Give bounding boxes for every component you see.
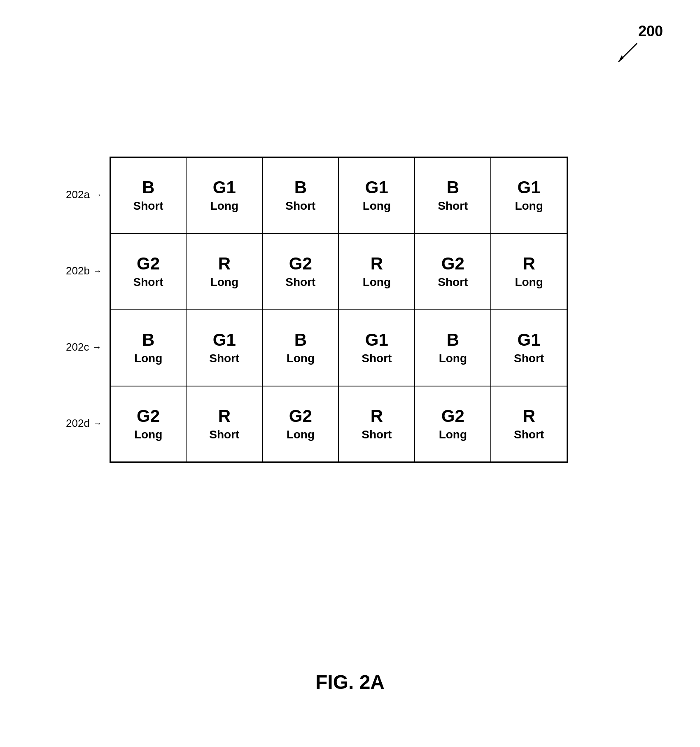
cell-exposure-label: Short xyxy=(419,199,486,213)
row-label-text-202d: 202d xyxy=(66,417,90,430)
row-labels: 202a → 202b → 202c → 202d → xyxy=(66,157,102,461)
cell-exposure-label: Long xyxy=(419,428,486,441)
row-label-202b: 202b → xyxy=(66,233,102,309)
cell-exposure-label: Long xyxy=(115,352,182,365)
cell-color-label: B xyxy=(267,178,334,197)
grid-cell-r3-c2: G2Long xyxy=(262,386,338,462)
row-label-text-202b: 202b xyxy=(66,265,90,277)
cell-exposure-label: Short xyxy=(191,428,258,441)
cell-color-label: G1 xyxy=(191,330,258,349)
cell-exposure-label: Short xyxy=(343,428,410,441)
cell-color-label: B xyxy=(115,178,182,197)
grid-cell-r2-c3: G1Short xyxy=(338,310,415,386)
cell-exposure-label: Short xyxy=(343,352,410,365)
grid-cell-r3-c1: RShort xyxy=(186,386,262,462)
grid-cell-r2-c5: G1Short xyxy=(491,310,567,386)
table-row-0: BShortG1LongBShortG1LongBShortG1Long xyxy=(110,157,567,234)
grid-cell-r2-c1: G1Short xyxy=(186,310,262,386)
grid-cell-r0-c0: BShort xyxy=(110,157,186,234)
row-label-202a: 202a → xyxy=(66,157,102,233)
table-row-2: BLongG1ShortBLongG1ShortBLongG1Short xyxy=(110,310,567,386)
cell-color-label: R xyxy=(191,254,258,273)
cell-color-label: B xyxy=(419,330,486,349)
grid-cell-r1-c0: G2Short xyxy=(110,234,186,310)
cell-color-label: G1 xyxy=(495,178,562,197)
cell-exposure-label: Long xyxy=(495,199,562,213)
cell-color-label: G1 xyxy=(343,178,410,197)
grid-cell-r2-c0: BLong xyxy=(110,310,186,386)
cell-color-label: R xyxy=(343,254,410,273)
cell-color-label: G1 xyxy=(191,178,258,197)
row-label-202c: 202c → xyxy=(66,309,102,385)
cell-exposure-label: Short xyxy=(115,276,182,289)
row-label-arrow-202c: → xyxy=(92,342,101,353)
row-label-202d: 202d → xyxy=(66,385,102,461)
cell-exposure-label: Short xyxy=(267,199,334,213)
grid-cell-r2-c2: BLong xyxy=(262,310,338,386)
cell-exposure-label: Short xyxy=(495,428,562,441)
grid-cell-r1-c2: G2Short xyxy=(262,234,338,310)
cell-exposure-label: Short xyxy=(267,276,334,289)
row-label-arrow-202a: → xyxy=(93,190,102,200)
grid-cell-r3-c5: RShort xyxy=(491,386,567,462)
pixel-grid: BShortG1LongBShortG1LongBShortG1LongG2Sh… xyxy=(110,157,568,463)
grid-cell-r0-c3: G1Long xyxy=(338,157,415,234)
cell-color-label: B xyxy=(115,330,182,349)
grid-cell-r3-c3: RShort xyxy=(338,386,415,462)
grid-cell-r1-c4: G2Short xyxy=(415,234,491,310)
cell-color-label: G1 xyxy=(343,330,410,349)
figure-number-label: 200 xyxy=(638,23,663,40)
grid-cell-r1-c3: RLong xyxy=(338,234,415,310)
grid-cell-r0-c1: G1Long xyxy=(186,157,262,234)
cell-color-label: R xyxy=(191,407,258,426)
grid-cell-r2-c4: BLong xyxy=(415,310,491,386)
cell-color-label: R xyxy=(495,407,562,426)
grid-cell-r3-c0: G2Long xyxy=(110,386,186,462)
cell-exposure-label: Long xyxy=(267,428,334,441)
row-label-text-202a: 202a xyxy=(66,188,90,201)
grid-cell-r1-c5: RLong xyxy=(491,234,567,310)
cell-exposure-label: Long xyxy=(495,276,562,289)
cell-color-label: B xyxy=(267,330,334,349)
cell-color-label: G2 xyxy=(419,254,486,273)
cell-exposure-label: Long xyxy=(343,199,410,213)
cell-color-label: R xyxy=(343,407,410,426)
cell-exposure-label: Short xyxy=(419,276,486,289)
cell-color-label: G2 xyxy=(419,407,486,426)
row-label-arrow-202b: → xyxy=(93,266,102,276)
grid-cell-r3-c4: G2Long xyxy=(415,386,491,462)
cell-color-label: G2 xyxy=(115,254,182,273)
cell-exposure-label: Long xyxy=(419,352,486,365)
cell-color-label: G1 xyxy=(495,330,562,349)
cell-exposure-label: Long xyxy=(115,428,182,441)
cell-color-label: B xyxy=(419,178,486,197)
cell-color-label: G2 xyxy=(115,407,182,426)
cell-exposure-label: Short xyxy=(115,199,182,213)
grid-cell-r0-c5: G1Long xyxy=(491,157,567,234)
grid-cell-r0-c4: BShort xyxy=(415,157,491,234)
grid-cell-r1-c1: RLong xyxy=(186,234,262,310)
cell-exposure-label: Short xyxy=(191,352,258,365)
grid-cell-r0-c2: BShort xyxy=(262,157,338,234)
row-label-text-202c: 202c xyxy=(66,341,89,354)
cell-color-label: G2 xyxy=(267,407,334,426)
cell-exposure-label: Short xyxy=(495,352,562,365)
cell-color-label: G2 xyxy=(267,254,334,273)
cell-exposure-label: Long xyxy=(191,276,258,289)
figure-number-arrow xyxy=(614,41,639,68)
row-label-arrow-202d: → xyxy=(93,418,102,429)
cell-exposure-label: Long xyxy=(343,276,410,289)
figure-caption: FIG. 2A xyxy=(315,671,385,693)
table-row-1: G2ShortRLongG2ShortRLongG2ShortRLong xyxy=(110,234,567,310)
diagram-container: 202a → 202b → 202c → 202d → BShortG1Long… xyxy=(66,157,568,463)
cell-exposure-label: Long xyxy=(267,352,334,365)
table-row-3: G2LongRShortG2LongRShortG2LongRShort xyxy=(110,386,567,462)
cell-color-label: R xyxy=(495,254,562,273)
cell-exposure-label: Long xyxy=(191,199,258,213)
svg-marker-1 xyxy=(618,55,623,62)
